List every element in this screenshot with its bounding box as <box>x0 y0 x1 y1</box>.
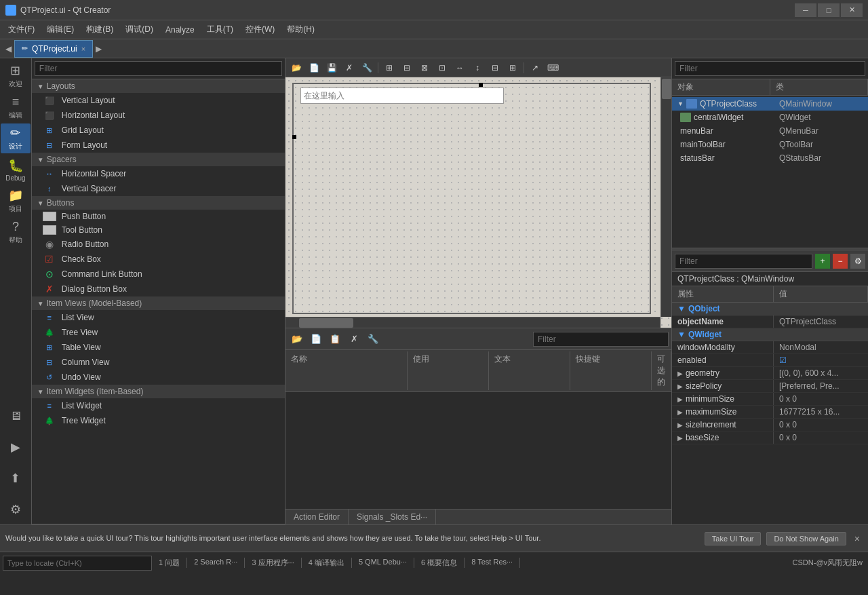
widget-list-widget[interactable]: ≡ List Widget <box>32 398 285 413</box>
left-icon-help[interactable]: ? 帮助 <box>1 217 31 247</box>
widget-list-view[interactable]: ≡ List View <box>32 310 285 325</box>
widget-vertical-layout[interactable]: ⬛ Vertical Layout <box>32 93 285 108</box>
left-icon-monitor[interactable]: 🖥 <box>1 401 31 431</box>
left-icon-edit[interactable]: ≡ 编辑 <box>1 92 31 122</box>
status-problems[interactable]: 1 问题 <box>152 558 187 568</box>
action-new[interactable]: 📂 <box>288 331 306 347</box>
sizeincrement-expand-icon[interactable]: ▶ <box>677 421 683 429</box>
category-item-views[interactable]: ▼ Item Views (Model-Based) <box>32 296 285 310</box>
design-tool-adjust[interactable]: ⊞ <box>505 60 521 75</box>
maximize-button[interactable]: □ <box>818 3 840 17</box>
left-icon-deploy[interactable]: ⬆ <box>1 463 31 493</box>
status-app-output[interactable]: 3 应用程序··· <box>245 558 301 568</box>
resize-handle-left[interactable] <box>292 135 296 139</box>
menu-analyze[interactable]: Analyze <box>160 23 200 37</box>
design-tool-grid[interactable]: ⊠ <box>416 60 433 75</box>
design-tool-vertical[interactable]: ⊞ <box>381 60 397 75</box>
resize-handle-top[interactable] <box>479 83 483 87</box>
object-row-qtprojectclass[interactable]: ▼ QTProjectClass QMainWindow <box>672 97 868 111</box>
basesize-expand-icon[interactable]: ▶ <box>677 434 683 442</box>
tab-qtproject[interactable]: ✏ QTProject.ui × <box>14 40 93 58</box>
prop-val-objectname[interactable]: QTProjectClass <box>774 315 868 328</box>
status-compile-output[interactable]: 4 编译输出 <box>302 558 352 568</box>
widget-dialog-button-box[interactable]: ✗ Dialog Button Box <box>32 282 285 296</box>
prop-val-sizeincrement[interactable]: 0 x 0 <box>774 419 868 431</box>
widget-tree-view[interactable]: 🌲 Tree View <box>32 325 285 340</box>
left-icon-design[interactable]: ✏ 设计 <box>1 123 31 153</box>
design-tool-new[interactable]: 📄 <box>306 60 322 75</box>
action-open[interactable]: 📄 <box>307 331 325 347</box>
status-search[interactable]: 2 Search R··· <box>187 558 245 568</box>
widget-tool-button[interactable]: Tool Button <box>32 223 285 237</box>
design-tool-buddy[interactable]: ↗ <box>527 60 543 75</box>
object-row-statusbar[interactable]: statusBar QStatusBar <box>672 151 868 165</box>
design-tool-open[interactable]: 📂 <box>288 60 304 75</box>
props-add-btn[interactable]: + <box>815 254 830 269</box>
design-tool-save[interactable]: 💾 <box>323 60 340 75</box>
menu-tools[interactable]: 工具(T) <box>201 22 239 37</box>
prop-section-qwidget[interactable]: ▼ QWidget <box>672 328 868 341</box>
left-icon-settings[interactable]: ⚙ <box>1 495 31 524</box>
widget-radio-button[interactable]: ◉ Radio Button <box>32 237 285 252</box>
widget-undo-view[interactable]: ↺ Undo View <box>32 370 285 385</box>
category-layouts[interactable]: ▼ Layouts <box>32 79 285 93</box>
menu-build[interactable]: 构建(B) <box>81 22 119 37</box>
action-edit[interactable]: 🔧 <box>364 331 382 347</box>
prop-val-windowmodality[interactable]: NonModal <box>774 341 868 353</box>
design-canvas[interactable] <box>285 77 671 328</box>
menu-file[interactable]: 文件(F) <box>3 22 40 37</box>
widget-check-box[interactable]: ☑ Check Box <box>32 252 285 267</box>
canvas-input-field[interactable] <box>300 88 504 104</box>
status-search-input[interactable] <box>3 556 152 571</box>
canvas-scrollbar-h[interactable] <box>285 317 660 328</box>
status-test[interactable]: 8 Test Res··· <box>465 558 520 568</box>
close-button[interactable]: ✕ <box>841 3 863 17</box>
canvas-scrollbar-v[interactable] <box>660 77 671 317</box>
widget-push-button[interactable]: Push Button <box>32 210 285 223</box>
action-copy[interactable]: 📋 <box>326 331 344 347</box>
object-row-maintoolbar[interactable]: mainToolBar QToolBar <box>672 138 868 151</box>
prop-val-sizepolicy[interactable]: [Preferred, Pre... <box>774 380 868 392</box>
widget-horizontal-spacer[interactable]: ↔ Horizontal Spacer <box>32 166 285 181</box>
tour-close-button[interactable]: × <box>852 533 863 544</box>
menu-debug[interactable]: 调试(D) <box>120 22 159 37</box>
status-qml-debug[interactable]: 5 QML Debu··· <box>352 558 414 568</box>
category-buttons[interactable]: ▼ Buttons <box>32 196 285 210</box>
widget-filter-input[interactable] <box>35 61 282 76</box>
tab-signals-slots[interactable]: Signals _Slots Ed··· <box>349 510 436 524</box>
design-tool-close[interactable]: ✗ <box>341 60 357 75</box>
widget-tree-widget[interactable]: 🌲 Tree Widget <box>32 413 285 428</box>
props-gear-btn[interactable]: ⚙ <box>850 254 865 269</box>
widget-form-layout[interactable]: ⊟ Form Layout <box>32 138 285 153</box>
prop-val-maximumsize[interactable]: 16777215 x 16... <box>774 406 868 418</box>
props-filter-input[interactable] <box>675 254 812 269</box>
object-row-centralwidget[interactable]: centralWidget QWidget <box>672 111 868 124</box>
design-tool-horizontal[interactable]: ⊟ <box>399 60 415 75</box>
menu-help[interactable]: 帮助(H) <box>281 22 320 37</box>
prop-val-geometry[interactable]: [(0, 0), 600 x 4... <box>774 367 868 379</box>
status-general-info[interactable]: 6 概要信息 <box>414 558 465 568</box>
design-tool-wrench[interactable]: 🔧 <box>359 60 375 75</box>
tab-close[interactable]: × <box>81 45 85 53</box>
widget-command-link-button[interactable]: ⊙ Command Link Button <box>32 267 285 282</box>
action-delete[interactable]: ✗ <box>345 331 363 347</box>
left-icon-run[interactable]: ▶ <box>1 432 31 462</box>
widget-column-view[interactable]: ⊟ Column View <box>32 355 285 370</box>
minimize-button[interactable]: ─ <box>795 3 816 17</box>
prop-val-minimumsize[interactable]: 0 x 0 <box>774 393 868 405</box>
category-spacers[interactable]: ▼ Spacers <box>32 153 285 166</box>
tab-action-editor[interactable]: Action Editor <box>285 510 349 524</box>
left-icon-debug[interactable]: 🐛 Debug <box>1 155 31 185</box>
object-row-menubar[interactable]: menuBar QMenuBar <box>672 124 868 138</box>
design-tool-vspace[interactable]: ↕ <box>469 60 486 75</box>
minimumsize-expand-icon[interactable]: ▶ <box>677 396 683 403</box>
prop-section-qobject[interactable]: ▼ QObject <box>672 303 868 315</box>
prop-val-basesize[interactable]: 0 x 0 <box>774 431 868 444</box>
object-filter-input[interactable] <box>675 61 865 76</box>
category-item-widgets[interactable]: ▼ Item Widgets (Item-Based) <box>32 385 285 398</box>
maximumsize-expand-icon[interactable]: ▶ <box>677 408 683 416</box>
geometry-expand-icon[interactable]: ▶ <box>677 370 683 377</box>
design-tool-break[interactable]: ⊟ <box>487 60 503 75</box>
tab-arrow-left[interactable]: ◀ <box>3 44 14 54</box>
tab-arrow-right[interactable]: ▶ <box>93 44 104 54</box>
